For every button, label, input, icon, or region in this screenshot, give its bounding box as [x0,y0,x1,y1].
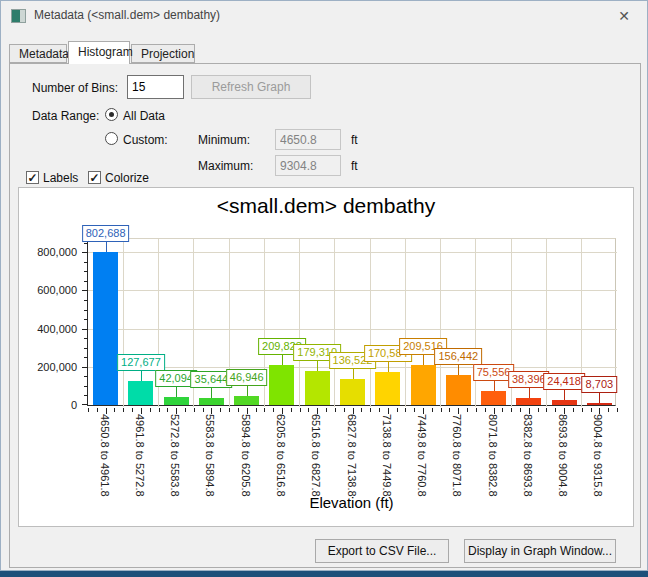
bar-label-connector [282,355,283,365]
x-minor-tick [397,408,398,412]
x-minor-tick [123,408,124,412]
labels-checkbox[interactable]: ✓ [26,171,39,184]
x-minor-tick [538,408,539,412]
custom-radio[interactable] [105,132,118,145]
histogram-bar [587,403,612,405]
bar-label-connector [388,362,389,372]
x-gridline [405,239,406,407]
y-major-tick [82,404,88,405]
bar-label-connector [106,242,107,252]
y-tick-label: 0 [19,399,77,411]
y-gridline [88,290,617,291]
bar-label-connector [141,371,142,381]
x-minor-tick [370,408,371,412]
x-bin-label: 7760.8 to 8071.8 [451,414,463,496]
x-bin-label: 6827.8 to 7138.8 [346,414,358,496]
tab-histogram[interactable]: Histogram [68,41,130,64]
x-bin-label: 5583.8 to 5894.8 [204,414,216,496]
tab-projection[interactable]: Projection [131,44,195,63]
y-minor-tick [84,376,88,377]
minimum-input[interactable] [275,129,341,150]
colorize-checkbox[interactable]: ✓ [88,171,101,184]
x-minor-tick [132,408,133,412]
histogram-bar [199,398,224,405]
x-minor-tick [264,408,265,412]
x-minor-tick [203,408,204,412]
x-minor-tick [432,408,433,412]
x-minor-tick [485,408,486,412]
tab-metadata[interactable]: Metadata [9,44,67,63]
bar-label-connector [176,387,177,397]
all-data-radio[interactable] [105,108,118,121]
x-bin-label: 5894.8 to 6205.8 [240,414,252,496]
close-icon[interactable]: ✕ [615,7,633,25]
bar-label-connector [317,361,318,371]
window-title: Metadata (<small.dem> dembathy) [34,8,220,22]
y-tick-label: 400,000 [19,323,77,335]
refresh-graph-button[interactable]: Refresh Graph [191,75,311,99]
histogram-bar [234,396,259,405]
x-gridline [123,239,124,407]
histogram-bar [93,252,118,405]
radio-dot [109,112,114,117]
histogram-bar [128,381,153,405]
y-minor-tick [84,243,88,244]
chart-title: <small.dem> dembathy [19,194,633,218]
bar-label-connector [211,388,212,398]
export-csv-button[interactable]: Export to CSV File... [315,539,449,563]
x-gridline [370,239,371,407]
bar-label-connector [564,390,565,400]
bar-label-connector [423,355,424,365]
y-tick-label: 200,000 [19,361,77,373]
bins-input[interactable] [127,75,184,99]
x-gridline [440,239,441,407]
maximum-unit: ft [351,159,358,173]
y-gridline [88,329,617,330]
x-minor-tick [617,408,618,412]
title-bar[interactable]: Metadata (<small.dem> dembathy) ✕ [1,1,647,31]
y-minor-tick [84,338,88,339]
x-minor-tick [88,408,89,412]
maximum-input[interactable] [275,155,341,176]
histogram-bar [375,372,400,405]
bar-label-connector [247,386,248,396]
x-bin-label: 8071.8 to 8382.8 [487,414,499,496]
bar-value-label: 127,677 [117,354,165,371]
maximum-label: Maximum: [198,159,253,173]
all-data-label[interactable]: All Data [123,109,165,123]
x-bin-label: 9004.8 to 9315.8 [592,414,604,496]
x-minor-tick [273,408,274,412]
x-bin-label: 4650.8 to 4961.8 [99,414,111,496]
y-major-tick [82,252,88,253]
custom-label[interactable]: Custom: [123,133,168,147]
x-minor-tick [476,408,477,412]
display-graph-window-button[interactable]: Display in Graph Window... [464,539,616,563]
y-major-tick [82,290,88,291]
y-major-tick [82,329,88,330]
x-bin-label: 7138.8 to 7449.8 [381,414,393,496]
x-minor-tick [555,408,556,412]
y-tick-label: 800,000 [19,246,77,258]
histogram-bar [481,391,506,405]
bar-label-connector [599,393,600,403]
histogram-tab-page: Number of Bins: Refresh Graph Data Range… [9,63,641,568]
colorize-checkbox-label[interactable]: Colorize [105,171,149,185]
x-bin-label: 8382.8 to 8693.8 [522,414,534,496]
bar-value-label: 46,946 [226,369,268,386]
x-minor-tick [449,408,450,412]
x-minor-tick [300,408,301,412]
minimum-label: Minimum: [198,133,250,147]
bar-label-connector [353,369,354,379]
y-minor-tick [84,271,88,272]
y-minor-tick [84,395,88,396]
x-minor-tick [194,408,195,412]
histogram-bar [305,371,330,405]
labels-checkbox-label[interactable]: Labels [43,171,78,185]
histogram-bar [164,397,189,405]
x-minor-tick [502,408,503,412]
bar-value-label: 156,442 [434,348,482,365]
x-minor-tick [229,408,230,412]
plot-area: 802,688127,67742,09435,64446,946209,8231… [87,238,616,406]
histogram-bar [340,379,365,405]
x-minor-tick [344,408,345,412]
